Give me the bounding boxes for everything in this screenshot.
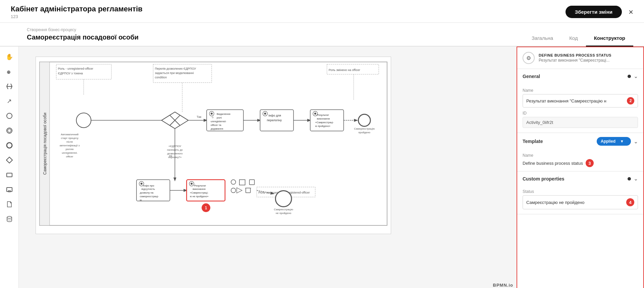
svg-point-8 — [8, 129, 11, 132]
status-field[interactable]: Самреєстрацію не пройдено 4 — [523, 195, 638, 209]
subprocess-tool-button[interactable] — [3, 183, 16, 196]
panel-header-icon: ⚙ — [523, 52, 535, 64]
svg-text:автентифікації з: автентифікації з — [60, 144, 80, 147]
svg-text:Інфо про: Інфо про — [143, 184, 155, 187]
event-tool-button[interactable] — [3, 110, 16, 122]
data-object-tool-button[interactable] — [3, 198, 16, 211]
svg-text:Роль змінено на officer: Роль змінено на officer — [329, 68, 360, 72]
template-name-badge: 3 — [586, 159, 594, 167]
gateway-tool-button[interactable] — [3, 154, 16, 166]
close-button[interactable]: × — [629, 8, 633, 16]
svg-text:1: 1 — [205, 206, 207, 210]
bpmn-canvas[interactable]: Самореєстрація посадової особи Роль - un… — [36, 57, 391, 234]
status-badge: 4 — [626, 198, 634, 206]
svg-text:⊕: ⊕ — [7, 69, 11, 75]
applied-chevron-icon: ▾ — [617, 138, 627, 145]
general-dot-badge — [628, 75, 631, 78]
arrow-tool-button[interactable]: ↗ — [3, 95, 16, 107]
tab-general[interactable]: Загальна — [524, 32, 561, 47]
svg-point-14 — [7, 216, 12, 218]
svg-text:officer та: officer та — [211, 124, 221, 127]
custom-props-section-header[interactable]: Custom properties ⌄ — [517, 171, 643, 186]
main-content: ✋ ⊕ ↗ — [0, 47, 644, 288]
bpmn-watermark: BPMN.io — [493, 283, 513, 288]
tab-constructor[interactable]: Конструктор — [586, 32, 633, 47]
general-section-header[interactable]: General ⌄ — [517, 69, 643, 83]
svg-point-66 — [314, 113, 316, 115]
id-field-label: ID — [523, 111, 638, 116]
template-section-header[interactable]: Template Applied ▾ ⌄ — [517, 133, 643, 150]
svg-text:unregistered-: unregistered- — [211, 120, 226, 123]
svg-text:задається при моделюванні: задається при моделюванні — [155, 71, 194, 75]
svg-text:виконання: виконання — [193, 188, 206, 191]
svg-text:старт процесу: старт процесу — [61, 137, 78, 140]
tab-code[interactable]: Код — [561, 32, 586, 47]
svg-rect-12 — [7, 188, 12, 192]
svg-text:officer: officer — [66, 155, 73, 158]
svg-text:дозволу на: дозволу на — [140, 191, 154, 194]
hand-tool-button[interactable]: ✋ — [3, 51, 16, 63]
svg-text:після: після — [66, 140, 73, 143]
svg-text:Видалення: Видалення — [217, 113, 230, 116]
svg-point-103 — [275, 191, 291, 207]
task-tool-button[interactable] — [3, 168, 16, 181]
panel-title: DEFINE BUSINESS PROCESS STATUS — [539, 53, 611, 57]
svg-point-95 — [231, 180, 236, 185]
end-event-tool-button[interactable] — [3, 139, 16, 152]
svg-text:роллю: роллю — [66, 148, 74, 151]
svg-text:додавання: додавання — [211, 127, 223, 130]
svg-marker-96 — [239, 180, 245, 185]
name-field-value: Результат виконання "Самреєстрацію н — [526, 98, 627, 103]
move-tool-button[interactable]: ⊕ — [3, 65, 16, 78]
svg-text:Перелік дозволених ЄДРПОУ: Перелік дозволених ЄДРПОУ — [155, 67, 196, 70]
svg-line-5 — [11, 86, 12, 89]
name-badge: 2 — [627, 97, 634, 104]
data-store-tool-button[interactable] — [3, 213, 16, 225]
right-panel: ⚙ DEFINE BUSINESS PROCESS STATUS Результ… — [517, 47, 644, 288]
save-button[interactable]: Зберегти зміни — [566, 6, 622, 18]
general-section: General ⌄ Name Результат виконання "Самр… — [517, 69, 643, 133]
id-field[interactable]: Activity_0iifr2t — [523, 117, 638, 128]
general-section-title: General — [523, 74, 540, 79]
svg-marker-10 — [6, 157, 12, 163]
sub-header-left: Створення бізнес-процесу Самореєстрація … — [27, 27, 139, 46]
svg-point-72 — [358, 114, 370, 126]
svg-text:самореєстраці-: самореєстраці- — [140, 195, 159, 198]
connect-tool-button[interactable] — [3, 80, 16, 93]
svg-text:Роль - unregistered-officer: Роль - unregistered-officer — [58, 67, 93, 70]
template-section: Template Applied ▾ ⌄ Name Define busines… — [517, 133, 643, 171]
template-chevron-icon: ⌄ — [634, 138, 638, 145]
template-name-row: Define business process status 3 — [523, 159, 638, 167]
template-section-body: Name Define business process status 3 — [517, 153, 643, 171]
status-value: Самреєстрацію не пройдено — [526, 200, 624, 205]
svg-point-50 — [211, 113, 213, 115]
svg-text:ЄДРПОУ з токена: ЄДРПОУ з токена — [58, 72, 83, 75]
template-section-controls: Applied ▾ ⌄ — [597, 137, 638, 146]
name-field[interactable]: Результат виконання "Самреєстрацію н 2 — [523, 94, 638, 107]
app-title: Кабінет адміністратора регламентів — [11, 5, 143, 13]
svg-point-98 — [231, 188, 236, 193]
svg-text:Результат: Результат — [194, 184, 206, 187]
svg-text:Ні: Ні — [169, 154, 172, 158]
gear-icon: ⚙ — [526, 55, 531, 61]
svg-text:condition: condition — [155, 76, 167, 79]
svg-text:Так: Так — [197, 115, 201, 119]
svg-rect-100 — [246, 188, 251, 193]
svg-text:пройдено: пройдено — [359, 131, 371, 134]
canvas-area[interactable]: Самореєстрація посадової особи Роль - un… — [19, 47, 517, 288]
svg-text:Інфо для: Інфо для — [268, 114, 281, 117]
applied-badge[interactable]: Applied ▾ — [597, 137, 631, 146]
general-section-controls: ⌄ — [628, 73, 638, 79]
svg-point-9 — [7, 143, 12, 148]
svg-text:ю: ю — [140, 199, 142, 202]
svg-point-81 — [141, 183, 143, 185]
panel-header: ⚙ DEFINE BUSINESS PROCESS STATUS Результ… — [517, 47, 643, 69]
intermediate-event-tool-button[interactable] — [3, 124, 16, 137]
svg-text:перелогіну: перелогіну — [267, 119, 282, 122]
custom-properties-section: Custom properties ⌄ Status Самреєстрацію… — [517, 171, 643, 214]
name-field-label: Name — [523, 88, 638, 93]
svg-text:unregistered-: unregistered- — [62, 151, 77, 154]
left-toolbar: ✋ ⊕ ↗ — [0, 47, 19, 288]
svg-text:⚙: ⚙ — [212, 116, 214, 119]
custom-props-dot-badge — [628, 177, 631, 181]
